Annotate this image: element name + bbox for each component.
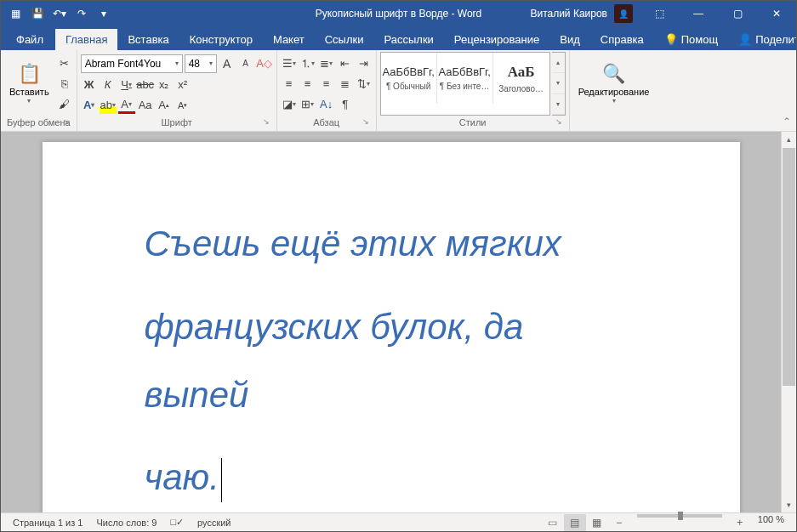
tab-help[interactable]: Справка bbox=[590, 29, 654, 50]
scroll-down-icon[interactable]: ▾ bbox=[782, 497, 796, 512]
tab-insert[interactable]: Вставка bbox=[117, 29, 179, 50]
scroll-thumb[interactable] bbox=[783, 148, 795, 386]
tab-file[interactable]: Файл bbox=[4, 29, 55, 50]
shrink-font2-button[interactable]: A▾ bbox=[174, 97, 191, 114]
page-indicator[interactable]: Страница 1 из 1 bbox=[6, 518, 89, 528]
align-left-button[interactable]: ≡ bbox=[281, 76, 298, 93]
zoom-slider[interactable] bbox=[637, 514, 722, 518]
superscript-button[interactable]: x² bbox=[174, 76, 191, 93]
group-paragraph: ☰▾ ⒈▾ ≣▾ ⇤ ⇥ ≡ ≡ ≡ ≣ ⇅▾ ◪▾ ⊞▾ A↓ ¶ bbox=[277, 50, 377, 131]
document-text[interactable]: Съешь ещё этих мягких французских булок,… bbox=[145, 210, 638, 512]
grow-font-button[interactable]: A bbox=[219, 55, 236, 72]
word-icon: ▦ bbox=[4, 3, 26, 25]
font-color-button[interactable]: A▾ bbox=[118, 97, 135, 114]
underline-button[interactable]: Ч▾ bbox=[118, 76, 135, 93]
justify-button[interactable]: ≣ bbox=[337, 76, 354, 93]
clipboard-launcher[interactable]: ↘ bbox=[61, 117, 71, 127]
user-name[interactable]: Виталий Каиров bbox=[523, 8, 614, 20]
document-scroll[interactable]: Съешь ещё этих мягких французских булок,… bbox=[1, 132, 781, 512]
zoom-level[interactable]: 100 % bbox=[751, 514, 791, 531]
share-button[interactable]: 👤Поделиться bbox=[728, 29, 797, 50]
tab-design[interactable]: Конструктор bbox=[179, 29, 263, 50]
redo-button[interactable]: ↷ bbox=[71, 3, 93, 25]
scroll-up-icon[interactable]: ▴ bbox=[782, 132, 796, 147]
tab-view[interactable]: Вид bbox=[549, 29, 590, 50]
text-effects-button[interactable]: A▾ bbox=[81, 97, 98, 114]
style-no-spacing[interactable]: АаБбВвГг, ¶ Без инте… bbox=[437, 53, 493, 104]
strikethrough-button[interactable]: abc bbox=[137, 76, 154, 93]
change-case-button[interactable]: Aa bbox=[137, 97, 154, 114]
search-icon: 🔍 bbox=[602, 63, 625, 85]
document-title: Рукописный шрифт в Ворде - Word bbox=[316, 8, 482, 20]
maximize-button[interactable]: ▢ bbox=[718, 1, 757, 26]
tab-home[interactable]: Главная bbox=[55, 29, 117, 50]
font-size-combo[interactable]: 48▾ bbox=[185, 54, 217, 73]
multilevel-button[interactable]: ≣▾ bbox=[318, 55, 335, 72]
minimize-button[interactable]: — bbox=[679, 1, 718, 26]
gallery-more-icon[interactable]: ▾ bbox=[552, 94, 565, 115]
print-layout-button[interactable]: ▤ bbox=[564, 514, 586, 531]
gallery-down-icon[interactable]: ▾ bbox=[552, 73, 565, 93]
sort-button[interactable]: A↓ bbox=[318, 96, 335, 113]
ribbon-display-icon[interactable]: ⬚ bbox=[640, 1, 679, 26]
tell-me[interactable]: 💡Помощ bbox=[654, 29, 728, 50]
numbering-button[interactable]: ⒈▾ bbox=[299, 55, 316, 72]
qat-customize[interactable]: ▾ bbox=[93, 3, 115, 25]
editing-button[interactable]: 🔍 Редактирование ▾ bbox=[573, 52, 655, 116]
undo-button[interactable]: ↶▾ bbox=[48, 3, 71, 25]
group-clipboard: 📋 Вставить ▾ ✂ ⎘ 🖌 Буфер обмена↘ bbox=[1, 50, 77, 131]
font-launcher[interactable]: ↘ bbox=[261, 117, 271, 127]
align-right-button[interactable]: ≡ bbox=[318, 76, 335, 93]
save-button[interactable]: 💾 bbox=[26, 3, 48, 25]
bold-button[interactable]: Ж bbox=[81, 76, 98, 93]
shrink-font-button[interactable]: A bbox=[237, 55, 254, 72]
gallery-scroll[interactable]: ▴ ▾ ▾ bbox=[552, 52, 566, 116]
styles-launcher[interactable]: ↘ bbox=[554, 117, 564, 127]
grow-font2-button[interactable]: A▴ bbox=[156, 97, 173, 114]
copy-button[interactable]: ⎘ bbox=[56, 76, 73, 93]
highlight-button[interactable]: ab▾ bbox=[100, 97, 117, 114]
italic-button[interactable]: К bbox=[100, 76, 117, 93]
read-mode-button[interactable]: ▭ bbox=[542, 514, 564, 531]
increase-indent-button[interactable]: ⇥ bbox=[356, 55, 373, 72]
cut-button[interactable]: ✂ bbox=[56, 55, 73, 72]
web-layout-button[interactable]: ▦ bbox=[586, 514, 608, 531]
language-indicator[interactable]: русский bbox=[191, 518, 237, 528]
style-normal[interactable]: АаБбВвГг, ¶ Обычный bbox=[381, 53, 437, 104]
avatar[interactable]: 👤 bbox=[614, 4, 633, 23]
text-cursor bbox=[221, 458, 222, 502]
align-center-button[interactable]: ≡ bbox=[299, 76, 316, 93]
show-marks-button[interactable]: ¶ bbox=[337, 96, 354, 113]
gallery-up-icon[interactable]: ▴ bbox=[552, 53, 565, 73]
tab-references[interactable]: Ссылки bbox=[315, 29, 374, 50]
vertical-scrollbar[interactable]: ▴ ▾ bbox=[781, 132, 796, 512]
tab-review[interactable]: Рецензирование bbox=[444, 29, 549, 50]
font-name-combo[interactable]: Abram Font4You▾ bbox=[81, 54, 183, 73]
line-spacing-button[interactable]: ⇅▾ bbox=[356, 76, 373, 93]
tab-layout[interactable]: Макет bbox=[263, 29, 315, 50]
paragraph-launcher[interactable]: ↘ bbox=[361, 117, 371, 127]
styles-gallery[interactable]: АаБбВвГг, ¶ Обычный АаБбВвГг, ¶ Без инте… bbox=[380, 52, 550, 116]
close-button[interactable]: ✕ bbox=[757, 1, 796, 26]
collapse-ribbon-button[interactable]: ⌃ bbox=[783, 116, 791, 127]
spellcheck-icon[interactable]: □✓ bbox=[163, 517, 191, 528]
status-bar: Страница 1 из 1 Число слов: 9 □✓ русский… bbox=[1, 512, 796, 531]
zoom-out-button[interactable]: − bbox=[608, 514, 630, 531]
group-editing: 🔍 Редактирование ▾ bbox=[570, 50, 658, 131]
group-styles: АаБбВвГг, ¶ Обычный АаБбВвГг, ¶ Без инте… bbox=[377, 50, 570, 131]
zoom-in-button[interactable]: + bbox=[729, 514, 751, 531]
shading-button[interactable]: ◪▾ bbox=[281, 96, 298, 113]
ribbon: 📋 Вставить ▾ ✂ ⎘ 🖌 Буфер обмена↘ Abram F… bbox=[1, 50, 796, 132]
subscript-button[interactable]: x₂ bbox=[156, 76, 173, 93]
word-count[interactable]: Число слов: 9 bbox=[89, 518, 163, 528]
decrease-indent-button[interactable]: ⇤ bbox=[337, 55, 354, 72]
page[interactable]: Съешь ещё этих мягких французских булок,… bbox=[43, 142, 740, 512]
borders-button[interactable]: ⊞▾ bbox=[299, 96, 316, 113]
format-painter-button[interactable]: 🖌 bbox=[56, 96, 73, 113]
clear-formatting-button[interactable]: A◇ bbox=[256, 55, 273, 72]
tab-mailings[interactable]: Рассылки bbox=[373, 29, 443, 50]
style-heading[interactable]: АаБ Заголово… bbox=[493, 53, 549, 104]
bullets-button[interactable]: ☰▾ bbox=[281, 55, 298, 72]
clipboard-icon: 📋 bbox=[18, 63, 41, 85]
paste-button[interactable]: 📋 Вставить ▾ bbox=[4, 52, 54, 116]
